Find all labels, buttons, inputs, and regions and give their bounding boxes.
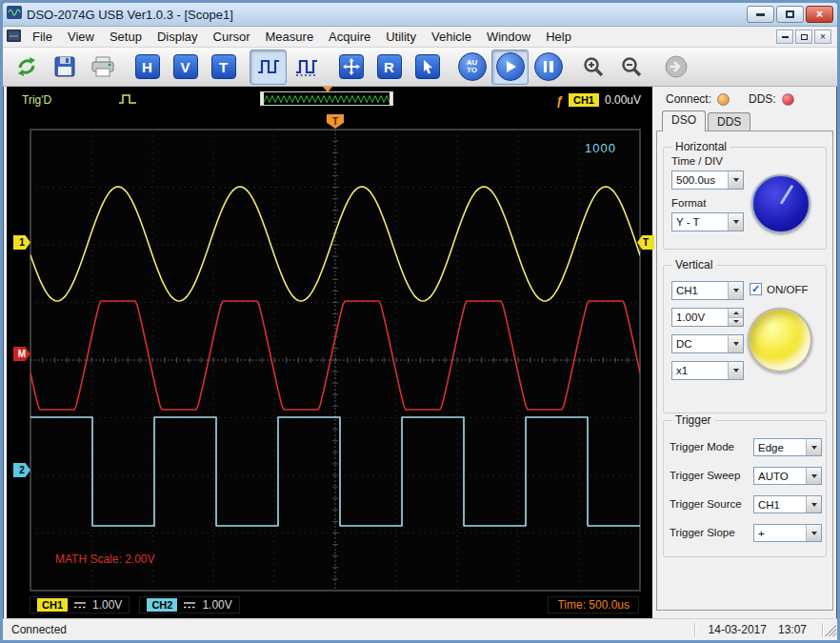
mdi-minimize-button[interactable] [776,30,793,44]
v-icon: V [173,54,198,79]
knob-pointer [780,185,794,205]
coupling-select[interactable]: DC [671,334,744,353]
maximize-button[interactable] [776,6,804,23]
format-label: Format [671,197,706,209]
waveform-mode-button[interactable] [250,50,287,85]
channel-onoff[interactable]: ✓ ON/OFF [750,283,808,295]
mdi-close-button[interactable]: × [814,30,831,44]
vertical-group-title: Vertical [671,258,716,271]
menu-measure[interactable]: Measure [258,28,322,46]
ch2-marker[interactable]: 2 [13,463,30,477]
time-div-select[interactable]: 500.0us [671,171,744,190]
status-date: 14-03-2017 [695,623,772,636]
timebase-readout: Time: 500.0us [548,596,639,613]
scope-screen[interactable]: 1000 MATH Scale: 2.00V [30,129,641,592]
probe-value: x1 [672,362,728,379]
dropdown-arrow-icon[interactable] [728,213,743,231]
channel-select[interactable]: CH1 [671,281,744,300]
format-select[interactable]: Y - T [671,212,744,231]
menu-cursor[interactable]: Cursor [206,28,258,46]
volts-div-spinner[interactable]: 1.00V [671,308,744,327]
trigger-symbol-icon: ƒ [556,93,563,108]
run-button[interactable] [491,50,529,85]
dropdown-arrow-icon[interactable] [806,439,821,455]
pause-icon [534,52,563,81]
menu-view[interactable]: View [60,28,102,46]
trigger-settings-button[interactable]: T [205,50,242,85]
menu-acquire[interactable]: Acquire [321,28,378,46]
horizontal-settings-button[interactable]: H [129,50,166,85]
dc-coupling-icon [73,601,87,610]
dds-label: DDS: [749,92,776,106]
trigger-readout: ƒ CH1 0.00uV [556,90,641,110]
menu-help[interactable]: Help [538,28,579,46]
trigger-group: Trigger Trigger Mode Edge Trigger Sweep … [663,420,827,557]
resize-grip[interactable] [823,623,836,636]
close-button[interactable]: × [806,6,833,23]
vertical-knob[interactable] [748,308,812,372]
trigger-sweep-select[interactable]: AUTO [753,467,822,485]
print-button[interactable] [84,50,121,85]
probe-select[interactable]: x1 [671,361,744,380]
zoom-in-button[interactable] [574,50,611,85]
math-marker[interactable]: M [13,347,30,361]
ch2-scale-value: 1.00V [202,598,231,612]
app-window: DSO-2074G USB Ver1.0.3 - [Scope1] × File… [0,0,840,643]
zoom-in-icon [582,55,605,78]
crosshair-icon [339,54,364,79]
waveform-mode2-button[interactable] [288,50,325,85]
export-button-disabled [657,50,694,85]
connection-leds: Connect: DDS: [666,90,831,108]
dropdown-arrow-icon[interactable] [806,468,821,484]
horizontal-knob[interactable] [751,174,810,233]
dropdown-arrow-icon[interactable] [728,362,743,379]
dropdown-arrow-icon[interactable] [728,282,743,299]
tab-dds[interactable]: DDS [708,112,750,131]
cursor-arrow-icon [415,54,440,79]
format-value: Y - T [672,213,728,231]
record-preview-bar[interactable] [260,91,393,106]
menu-vehicle[interactable]: Vehicle [424,28,479,46]
mdi-restore-button[interactable] [795,30,812,44]
dropdown-arrow-icon[interactable] [728,335,743,352]
pulse-icon [256,57,281,76]
refresh-button[interactable] [8,50,45,85]
channel-value: CH1 [672,282,728,299]
horizontal-group: Horizontal Time / DIV 500.0us Format Y -… [663,147,827,250]
checkbox-checked-icon[interactable]: ✓ [750,283,762,295]
trigger-slope-select[interactable]: + [753,524,822,542]
zoom-out-icon [620,55,643,78]
zoom-out-button[interactable] [612,50,650,85]
menu-window[interactable]: Window [479,28,538,46]
ch1-marker[interactable]: 1 [13,235,30,250]
menu-display[interactable]: Display [150,28,206,46]
record-button[interactable]: R [370,50,408,85]
trigger-source-select[interactable]: CH1 [753,495,822,513]
pan-button[interactable] [332,50,370,85]
pause-button[interactable] [530,50,567,85]
status-time: 13:07 [772,623,822,636]
spinner-down-icon[interactable] [729,318,743,327]
coupling-value: DC [672,335,728,352]
menu-file[interactable]: File [25,28,60,46]
spinner-up-icon[interactable] [729,309,743,318]
arrow-disabled-icon [663,54,690,79]
dc-coupling-icon [183,601,196,610]
status-bar: Connected 14-03-2017 13:07 [3,618,837,640]
tab-dso[interactable]: DSO [662,111,706,131]
cursor-tool-button[interactable] [409,50,446,85]
minimize-button[interactable] [747,6,774,23]
trigger-position-marker[interactable]: T [327,114,344,129]
preview-trigger-marker[interactable] [323,87,332,92]
menu-setup[interactable]: Setup [102,28,150,46]
title-bar[interactable]: DSO-2074G USB Ver1.0.3 - [Scope1] × [3,3,837,27]
save-button[interactable] [46,50,83,85]
dropdown-arrow-icon[interactable] [806,496,821,512]
trigger-mode-select[interactable]: Edge [753,438,822,456]
autoset-button[interactable]: AUTO [453,50,490,85]
trigger-mode-label: Trigger Mode [670,441,734,452]
vertical-settings-button[interactable]: V [167,50,204,85]
dropdown-arrow-icon[interactable] [728,171,743,189]
menu-utility[interactable]: Utility [378,28,424,46]
dropdown-arrow-icon[interactable] [806,525,821,541]
